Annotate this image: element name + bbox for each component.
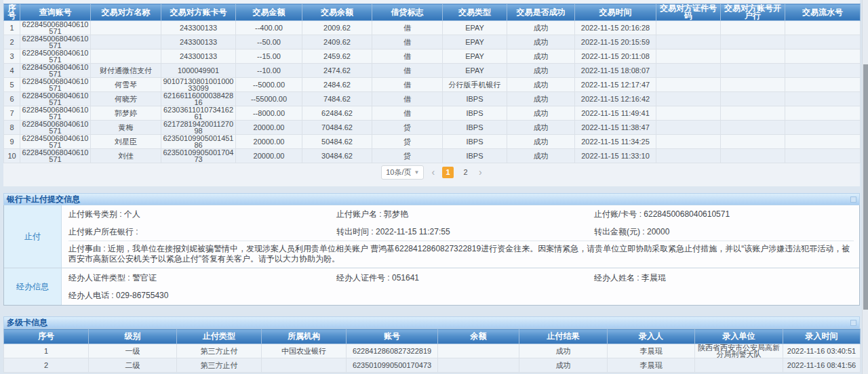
cell bbox=[721, 35, 785, 49]
cell: 2 bbox=[4, 358, 89, 373]
cell: 贷 bbox=[372, 121, 443, 135]
cell: 中国农业银行 bbox=[262, 344, 347, 358]
transaction-row: 106228450068040610571刘佳62350109905001704… bbox=[4, 149, 861, 163]
cell: 2022-11-15 12:17:47 bbox=[575, 78, 656, 92]
cell bbox=[91, 21, 161, 35]
cell bbox=[721, 121, 785, 135]
page-button-1[interactable]: 1 bbox=[442, 167, 454, 178]
cell bbox=[656, 78, 721, 92]
column-header: 账号 bbox=[347, 329, 438, 344]
transaction-row: 66228450068040610571何晓芳62166116000038428… bbox=[4, 92, 861, 106]
cell bbox=[785, 35, 861, 49]
cell: 6235010990500145186 bbox=[161, 135, 236, 149]
cell: 243300133 bbox=[161, 35, 236, 49]
cell: 9 bbox=[4, 135, 20, 149]
prev-page-button[interactable]: ‹ bbox=[431, 167, 435, 177]
field: 经办人电话 : 029-86755430 bbox=[68, 290, 336, 302]
field: 转出金额(元) : 20000 bbox=[594, 226, 854, 238]
cell: 6235010990500170473 bbox=[161, 149, 236, 163]
cell: 6228450068040610571 bbox=[20, 35, 91, 49]
field: 经办人证件类型 : 警官证 bbox=[68, 272, 336, 284]
cell bbox=[91, 35, 161, 49]
zhifu-row: 止付 止付账号类别 : 个人止付账户名 : 郭梦艳止付账/卡号 : 622845… bbox=[4, 205, 859, 268]
collapse-icon[interactable] bbox=[850, 320, 856, 326]
cell: 何雪琴 bbox=[91, 78, 161, 92]
column-header: 序号 bbox=[4, 4, 20, 21]
cell bbox=[785, 64, 861, 78]
column-header: 交易流水号 bbox=[785, 4, 861, 21]
cell: 刘佳 bbox=[91, 149, 161, 163]
cell: 8 bbox=[4, 121, 20, 135]
cell: 李晨琨 bbox=[608, 344, 695, 358]
cell: 2022-11-15 20:16:28 bbox=[575, 21, 656, 35]
cell: 6228412860827322819 bbox=[347, 344, 438, 358]
column-header: 序号 bbox=[4, 329, 89, 344]
cell: 黄梅 bbox=[91, 121, 161, 135]
section-title: 多级卡信息 bbox=[7, 317, 47, 329]
column-header: 所属机构 bbox=[262, 329, 347, 344]
collapse-icon[interactable] bbox=[850, 196, 856, 203]
cell: 6230361101073416261 bbox=[161, 106, 236, 121]
cell: 2409.62 bbox=[302, 35, 372, 49]
page-button-2[interactable]: 2 bbox=[460, 167, 471, 178]
cell: 2022-11-15 20:11:08 bbox=[575, 49, 656, 64]
cell: 9010713080100100033099 bbox=[161, 78, 236, 92]
cell bbox=[656, 64, 721, 78]
cell: 50484.62 bbox=[302, 135, 372, 149]
cell: IBPS bbox=[443, 106, 507, 121]
column-header: 交易对方名称 bbox=[91, 4, 161, 21]
cell: 7484.62 bbox=[302, 92, 372, 106]
scrollbar-thumb[interactable] bbox=[863, 64, 868, 310]
cell: 2459.62 bbox=[302, 49, 372, 64]
column-header: 交易金额 bbox=[236, 4, 302, 21]
jingban-row: 经办信息 经办人证件类型 : 警官证经办人证件号 : 051641经办人姓名 :… bbox=[4, 268, 859, 305]
page-size-select[interactable]: 10条/页 ▼ bbox=[381, 165, 424, 180]
cell: 成功 bbox=[519, 344, 608, 358]
column-header: 交易对方账号开户行 bbox=[721, 4, 785, 21]
transaction-row: 76228450068040610571郭梦婷62303611010734162… bbox=[4, 106, 861, 121]
vertical-scrollbar[interactable] bbox=[862, 0, 868, 374]
cell: 成功 bbox=[519, 358, 608, 373]
cell: 成功 bbox=[507, 49, 575, 64]
cell bbox=[785, 106, 861, 121]
cell: 3 bbox=[4, 49, 20, 64]
cell: 刘星臣 bbox=[91, 135, 161, 149]
zhifu-label: 止付 bbox=[4, 205, 62, 268]
cell: 20000.00 bbox=[236, 121, 302, 135]
cell: 借 bbox=[372, 64, 443, 78]
cell: 2022-11-15 11:33:10 bbox=[575, 149, 656, 163]
cell bbox=[785, 149, 861, 163]
cell bbox=[721, 135, 785, 149]
multi-card-table: 序号级别止付类型所属机构账号余额止付结果录入人录入单位录入时间1一级第三方止付中… bbox=[3, 329, 861, 373]
cell: 成功 bbox=[507, 64, 575, 78]
pagination-bar: 10条/页 ▼ ‹ 12 › bbox=[3, 163, 860, 181]
cell: 2484.62 bbox=[302, 78, 372, 92]
cell: 财付通微信支付 bbox=[91, 64, 161, 78]
cell: 成功 bbox=[507, 149, 575, 163]
cell: 6 bbox=[4, 92, 20, 106]
cell: 7 bbox=[4, 106, 20, 121]
cell: 借 bbox=[372, 49, 443, 64]
cell bbox=[656, 135, 721, 149]
cell: 郭梦婷 bbox=[91, 106, 161, 121]
jingban-label: 经办信息 bbox=[4, 268, 62, 305]
cell: 1 bbox=[4, 21, 20, 35]
cell bbox=[656, 92, 721, 106]
cell: 6235010990500170473 bbox=[347, 358, 438, 373]
cell: EPAY bbox=[443, 35, 507, 49]
cell bbox=[656, 149, 721, 163]
cell bbox=[656, 106, 721, 121]
cell: 成功 bbox=[507, 35, 575, 49]
cell bbox=[785, 21, 861, 35]
next-page-button[interactable]: › bbox=[479, 167, 482, 177]
cell: 成功 bbox=[507, 135, 575, 149]
main-content: 序号查询账号交易对方名称交易对方账卡号交易金额交易余额借贷标志交易类型交易是否成… bbox=[3, 0, 860, 373]
cell: 6228450068040610571 bbox=[20, 49, 91, 64]
cell: 李晨琨 bbox=[608, 358, 695, 373]
cell: 30484.62 bbox=[302, 149, 372, 163]
cell bbox=[721, 92, 785, 106]
column-header: 查询账号 bbox=[20, 4, 91, 21]
cell bbox=[438, 344, 519, 358]
jingban-fields: 经办人证件类型 : 警官证经办人证件号 : 051641经办人姓名 : 李晨琨经… bbox=[68, 269, 854, 304]
cell: 2022-11-15 11:34:25 bbox=[575, 135, 656, 149]
